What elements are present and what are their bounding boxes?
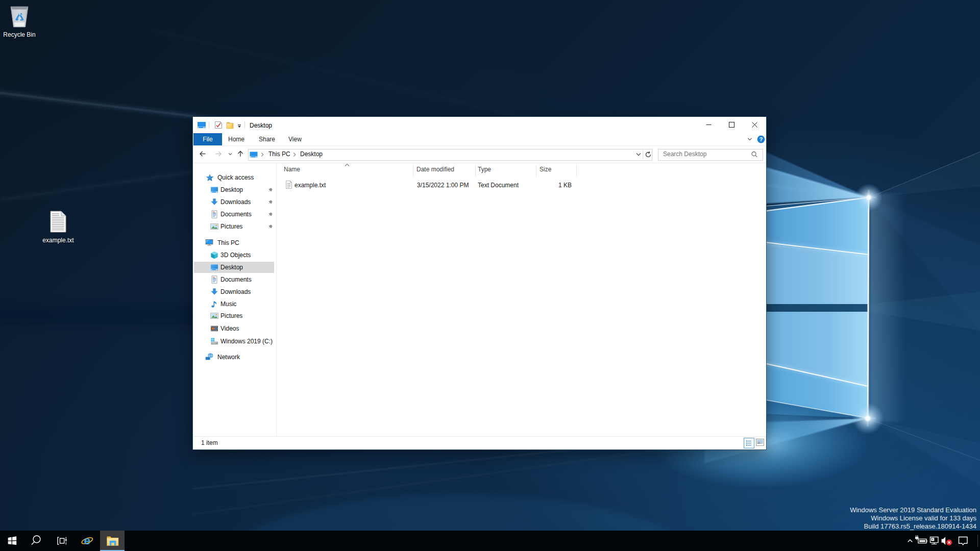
svg-text:e: e [84,534,90,547]
svg-text:?: ? [760,136,763,142]
